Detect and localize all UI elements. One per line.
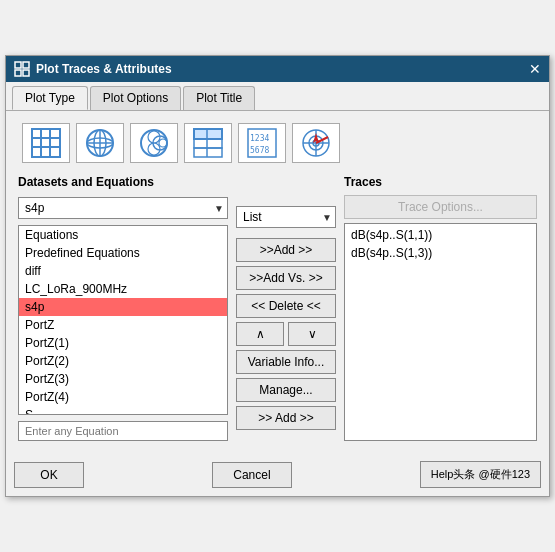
traces-label: Traces xyxy=(344,175,537,189)
list-item[interactable]: Predefined Equations xyxy=(19,244,227,262)
list-item-s4p[interactable]: s4p xyxy=(19,298,227,316)
svg-rect-4 xyxy=(32,129,60,157)
list-item[interactable]: PortZ(3) xyxy=(19,370,227,388)
title-bar-left: Plot Traces & Attributes xyxy=(14,61,172,77)
traces-panel: Traces Trace Options... dB(s4p..S(1,1)) … xyxy=(344,175,537,441)
add-button[interactable]: >>Add >> xyxy=(236,238,336,262)
list-item[interactable]: PortZ(2) xyxy=(19,352,227,370)
svg-rect-20 xyxy=(194,139,222,148)
smith-plot-icon[interactable] xyxy=(130,123,178,163)
datasets-list[interactable]: Equations Predefined Equations diff LC_L… xyxy=(18,225,228,415)
svg-rect-21 xyxy=(194,148,222,157)
down-button[interactable]: ∨ xyxy=(288,322,336,346)
numeric-plot-icon[interactable]: 1234 5678 xyxy=(238,123,286,163)
equation-input[interactable] xyxy=(18,421,228,441)
main-area: Datasets and Equations s4p ▼ Equations P… xyxy=(14,175,541,441)
manage-button[interactable]: Manage... xyxy=(236,378,336,402)
datasets-dropdown-wrap: s4p ▼ xyxy=(18,197,228,219)
close-button[interactable]: ✕ xyxy=(529,62,541,76)
cancel-button[interactable]: Cancel xyxy=(212,462,291,488)
list-item[interactable]: PortZ(4) xyxy=(19,388,227,406)
list-item[interactable]: LC_LoRa_900MHz xyxy=(19,280,227,298)
datasets-dropdown[interactable]: s4p xyxy=(18,197,228,219)
up-button[interactable]: ∧ xyxy=(236,322,284,346)
radar-plot-icon[interactable] xyxy=(292,123,340,163)
list-item[interactable]: diff xyxy=(19,262,227,280)
traces-list: dB(s4p..S(1,1)) dB(s4p..S(1,3)) xyxy=(344,223,537,441)
app-icon xyxy=(14,61,30,77)
help-button[interactable]: Help头条 @硬件123 xyxy=(420,461,541,488)
ok-button[interactable]: OK xyxy=(14,462,84,488)
add-vs-button[interactable]: >>Add Vs. >> xyxy=(236,266,336,290)
table-plot-icon[interactable] xyxy=(184,123,232,163)
bottom-buttons: OK Cancel Help头条 @硬件123 xyxy=(6,453,549,496)
trace-item[interactable]: dB(s4p..S(1,3)) xyxy=(347,244,534,262)
window-title: Plot Traces & Attributes xyxy=(36,62,172,76)
trace-item[interactable]: dB(s4p..S(1,1)) xyxy=(347,226,534,244)
svg-point-16 xyxy=(159,139,167,147)
trace-options-button[interactable]: Trace Options... xyxy=(344,195,537,219)
list-item[interactable]: S xyxy=(19,406,227,415)
content-area: 1234 5678 Datasets a xyxy=(6,111,549,449)
delete-button[interactable]: << Delete << xyxy=(236,294,336,318)
equation-add-button[interactable]: >> Add >> xyxy=(236,406,336,430)
svg-rect-3 xyxy=(23,70,29,76)
tab-plot-title[interactable]: Plot Title xyxy=(183,86,255,110)
polar-plot-icon[interactable] xyxy=(76,123,124,163)
svg-rect-19 xyxy=(194,129,222,139)
datasets-label: Datasets and Equations xyxy=(18,175,228,189)
tab-plot-type[interactable]: Plot Type xyxy=(12,86,88,110)
grid-plot-icon[interactable] xyxy=(22,123,70,163)
list-type-dropdown[interactable]: List xyxy=(236,206,336,228)
tab-plot-options[interactable]: Plot Options xyxy=(90,86,181,110)
svg-rect-2 xyxy=(15,70,21,76)
svg-text:5678: 5678 xyxy=(250,146,269,155)
title-bar: Plot Traces & Attributes ✕ xyxy=(6,56,549,82)
updown-row: ∧ ∨ xyxy=(236,322,336,346)
plot-type-icons: 1234 5678 xyxy=(14,119,541,167)
svg-rect-0 xyxy=(15,62,21,68)
list-type-dropdown-wrap: List ▼ xyxy=(236,206,336,228)
svg-rect-1 xyxy=(23,62,29,68)
list-item[interactable]: PortZ(1) xyxy=(19,334,227,352)
tabs-bar: Plot Type Plot Options Plot Title xyxy=(6,82,549,111)
list-item[interactable]: Equations xyxy=(19,226,227,244)
variable-info-button[interactable]: Variable Info... xyxy=(236,350,336,374)
actions-panel: List ▼ >>Add >> >>Add Vs. >> << Delete <… xyxy=(236,195,336,441)
svg-text:1234: 1234 xyxy=(250,134,269,143)
list-item[interactable]: PortZ xyxy=(19,316,227,334)
datasets-panel: Datasets and Equations s4p ▼ Equations P… xyxy=(18,175,228,441)
main-window: Plot Traces & Attributes ✕ Plot Type Plo… xyxy=(5,55,550,497)
